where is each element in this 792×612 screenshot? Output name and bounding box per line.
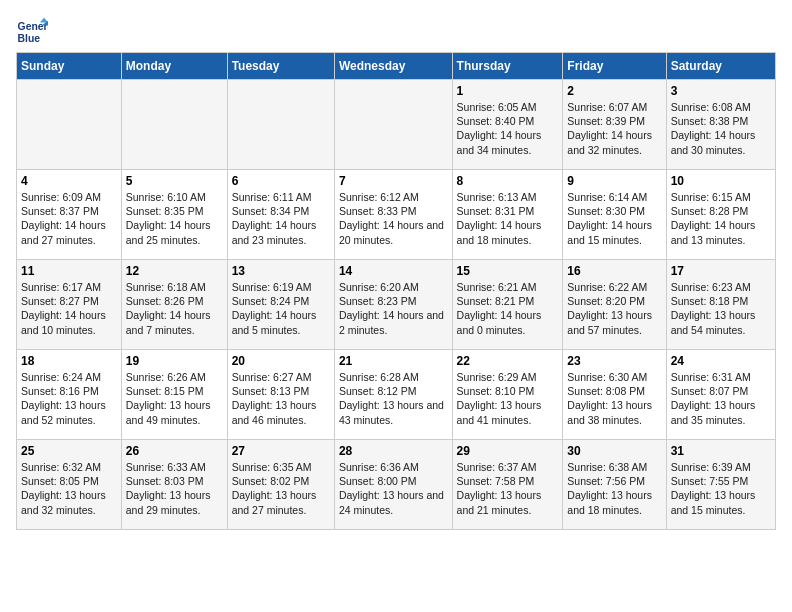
- cell-content: Sunrise: 6:18 AM Sunset: 8:26 PM Dayligh…: [126, 280, 223, 337]
- calendar-cell: 25Sunrise: 6:32 AM Sunset: 8:05 PM Dayli…: [17, 440, 122, 530]
- day-number: 28: [339, 444, 448, 458]
- calendar-cell: 19Sunrise: 6:26 AM Sunset: 8:15 PM Dayli…: [121, 350, 227, 440]
- day-number: 3: [671, 84, 771, 98]
- day-number: 26: [126, 444, 223, 458]
- calendar-cell: [17, 80, 122, 170]
- svg-text:Blue: Blue: [18, 33, 41, 44]
- day-number: 23: [567, 354, 661, 368]
- calendar-cell: 8Sunrise: 6:13 AM Sunset: 8:31 PM Daylig…: [452, 170, 563, 260]
- cell-content: Sunrise: 6:36 AM Sunset: 8:00 PM Dayligh…: [339, 460, 448, 517]
- cell-content: Sunrise: 6:14 AM Sunset: 8:30 PM Dayligh…: [567, 190, 661, 247]
- day-number: 8: [457, 174, 559, 188]
- day-number: 31: [671, 444, 771, 458]
- header-row: SundayMondayTuesdayWednesdayThursdayFrid…: [17, 53, 776, 80]
- cell-content: Sunrise: 6:12 AM Sunset: 8:33 PM Dayligh…: [339, 190, 448, 247]
- calendar-cell: 30Sunrise: 6:38 AM Sunset: 7:56 PM Dayli…: [563, 440, 666, 530]
- cell-content: Sunrise: 6:07 AM Sunset: 8:39 PM Dayligh…: [567, 100, 661, 157]
- week-row-4: 18Sunrise: 6:24 AM Sunset: 8:16 PM Dayli…: [17, 350, 776, 440]
- calendar-cell: 26Sunrise: 6:33 AM Sunset: 8:03 PM Dayli…: [121, 440, 227, 530]
- cell-content: Sunrise: 6:29 AM Sunset: 8:10 PM Dayligh…: [457, 370, 559, 427]
- calendar-cell: 18Sunrise: 6:24 AM Sunset: 8:16 PM Dayli…: [17, 350, 122, 440]
- cell-content: Sunrise: 6:11 AM Sunset: 8:34 PM Dayligh…: [232, 190, 330, 247]
- cell-content: Sunrise: 6:33 AM Sunset: 8:03 PM Dayligh…: [126, 460, 223, 517]
- cell-content: Sunrise: 6:23 AM Sunset: 8:18 PM Dayligh…: [671, 280, 771, 337]
- cell-content: Sunrise: 6:32 AM Sunset: 8:05 PM Dayligh…: [21, 460, 117, 517]
- cell-content: Sunrise: 6:30 AM Sunset: 8:08 PM Dayligh…: [567, 370, 661, 427]
- cell-content: Sunrise: 6:20 AM Sunset: 8:23 PM Dayligh…: [339, 280, 448, 337]
- header: General Blue: [16, 16, 776, 48]
- day-number: 17: [671, 264, 771, 278]
- day-number: 16: [567, 264, 661, 278]
- calendar-cell: 17Sunrise: 6:23 AM Sunset: 8:18 PM Dayli…: [666, 260, 775, 350]
- week-row-1: 1Sunrise: 6:05 AM Sunset: 8:40 PM Daylig…: [17, 80, 776, 170]
- day-number: 9: [567, 174, 661, 188]
- calendar-cell: 23Sunrise: 6:30 AM Sunset: 8:08 PM Dayli…: [563, 350, 666, 440]
- cell-content: Sunrise: 6:19 AM Sunset: 8:24 PM Dayligh…: [232, 280, 330, 337]
- cell-content: Sunrise: 6:24 AM Sunset: 8:16 PM Dayligh…: [21, 370, 117, 427]
- col-header-monday: Monday: [121, 53, 227, 80]
- col-header-wednesday: Wednesday: [334, 53, 452, 80]
- calendar-cell: 12Sunrise: 6:18 AM Sunset: 8:26 PM Dayli…: [121, 260, 227, 350]
- col-header-saturday: Saturday: [666, 53, 775, 80]
- calendar-cell: 2Sunrise: 6:07 AM Sunset: 8:39 PM Daylig…: [563, 80, 666, 170]
- day-number: 6: [232, 174, 330, 188]
- svg-marker-2: [40, 18, 48, 23]
- day-number: 20: [232, 354, 330, 368]
- cell-content: Sunrise: 6:37 AM Sunset: 7:58 PM Dayligh…: [457, 460, 559, 517]
- cell-content: Sunrise: 6:15 AM Sunset: 8:28 PM Dayligh…: [671, 190, 771, 247]
- day-number: 18: [21, 354, 117, 368]
- calendar-cell: 10Sunrise: 6:15 AM Sunset: 8:28 PM Dayli…: [666, 170, 775, 260]
- col-header-tuesday: Tuesday: [227, 53, 334, 80]
- calendar-cell: 13Sunrise: 6:19 AM Sunset: 8:24 PM Dayli…: [227, 260, 334, 350]
- calendar-cell: 27Sunrise: 6:35 AM Sunset: 8:02 PM Dayli…: [227, 440, 334, 530]
- calendar-cell: [227, 80, 334, 170]
- calendar-cell: 5Sunrise: 6:10 AM Sunset: 8:35 PM Daylig…: [121, 170, 227, 260]
- day-number: 10: [671, 174, 771, 188]
- col-header-thursday: Thursday: [452, 53, 563, 80]
- day-number: 21: [339, 354, 448, 368]
- day-number: 27: [232, 444, 330, 458]
- cell-content: Sunrise: 6:10 AM Sunset: 8:35 PM Dayligh…: [126, 190, 223, 247]
- calendar-cell: [334, 80, 452, 170]
- day-number: 5: [126, 174, 223, 188]
- cell-content: Sunrise: 6:22 AM Sunset: 8:20 PM Dayligh…: [567, 280, 661, 337]
- cell-content: Sunrise: 6:31 AM Sunset: 8:07 PM Dayligh…: [671, 370, 771, 427]
- day-number: 22: [457, 354, 559, 368]
- day-number: 15: [457, 264, 559, 278]
- calendar-cell: 15Sunrise: 6:21 AM Sunset: 8:21 PM Dayli…: [452, 260, 563, 350]
- calendar-cell: 14Sunrise: 6:20 AM Sunset: 8:23 PM Dayli…: [334, 260, 452, 350]
- day-number: 7: [339, 174, 448, 188]
- cell-content: Sunrise: 6:35 AM Sunset: 8:02 PM Dayligh…: [232, 460, 330, 517]
- calendar-cell: 16Sunrise: 6:22 AM Sunset: 8:20 PM Dayli…: [563, 260, 666, 350]
- calendar-cell: 6Sunrise: 6:11 AM Sunset: 8:34 PM Daylig…: [227, 170, 334, 260]
- calendar-cell: [121, 80, 227, 170]
- cell-content: Sunrise: 6:09 AM Sunset: 8:37 PM Dayligh…: [21, 190, 117, 247]
- calendar-cell: 7Sunrise: 6:12 AM Sunset: 8:33 PM Daylig…: [334, 170, 452, 260]
- calendar-cell: 11Sunrise: 6:17 AM Sunset: 8:27 PM Dayli…: [17, 260, 122, 350]
- col-header-friday: Friday: [563, 53, 666, 80]
- col-header-sunday: Sunday: [17, 53, 122, 80]
- calendar-cell: 31Sunrise: 6:39 AM Sunset: 7:55 PM Dayli…: [666, 440, 775, 530]
- day-number: 4: [21, 174, 117, 188]
- calendar-cell: 24Sunrise: 6:31 AM Sunset: 8:07 PM Dayli…: [666, 350, 775, 440]
- calendar-cell: 20Sunrise: 6:27 AM Sunset: 8:13 PM Dayli…: [227, 350, 334, 440]
- calendar-cell: 9Sunrise: 6:14 AM Sunset: 8:30 PM Daylig…: [563, 170, 666, 260]
- cell-content: Sunrise: 6:17 AM Sunset: 8:27 PM Dayligh…: [21, 280, 117, 337]
- calendar-cell: 4Sunrise: 6:09 AM Sunset: 8:37 PM Daylig…: [17, 170, 122, 260]
- calendar-cell: 21Sunrise: 6:28 AM Sunset: 8:12 PM Dayli…: [334, 350, 452, 440]
- logo: General Blue: [16, 16, 52, 48]
- cell-content: Sunrise: 6:38 AM Sunset: 7:56 PM Dayligh…: [567, 460, 661, 517]
- day-number: 11: [21, 264, 117, 278]
- cell-content: Sunrise: 6:26 AM Sunset: 8:15 PM Dayligh…: [126, 370, 223, 427]
- day-number: 24: [671, 354, 771, 368]
- calendar-cell: 22Sunrise: 6:29 AM Sunset: 8:10 PM Dayli…: [452, 350, 563, 440]
- calendar-cell: 3Sunrise: 6:08 AM Sunset: 8:38 PM Daylig…: [666, 80, 775, 170]
- day-number: 14: [339, 264, 448, 278]
- calendar-cell: 29Sunrise: 6:37 AM Sunset: 7:58 PM Dayli…: [452, 440, 563, 530]
- cell-content: Sunrise: 6:27 AM Sunset: 8:13 PM Dayligh…: [232, 370, 330, 427]
- logo-icon: General Blue: [16, 16, 48, 48]
- week-row-3: 11Sunrise: 6:17 AM Sunset: 8:27 PM Dayli…: [17, 260, 776, 350]
- day-number: 2: [567, 84, 661, 98]
- week-row-2: 4Sunrise: 6:09 AM Sunset: 8:37 PM Daylig…: [17, 170, 776, 260]
- day-number: 25: [21, 444, 117, 458]
